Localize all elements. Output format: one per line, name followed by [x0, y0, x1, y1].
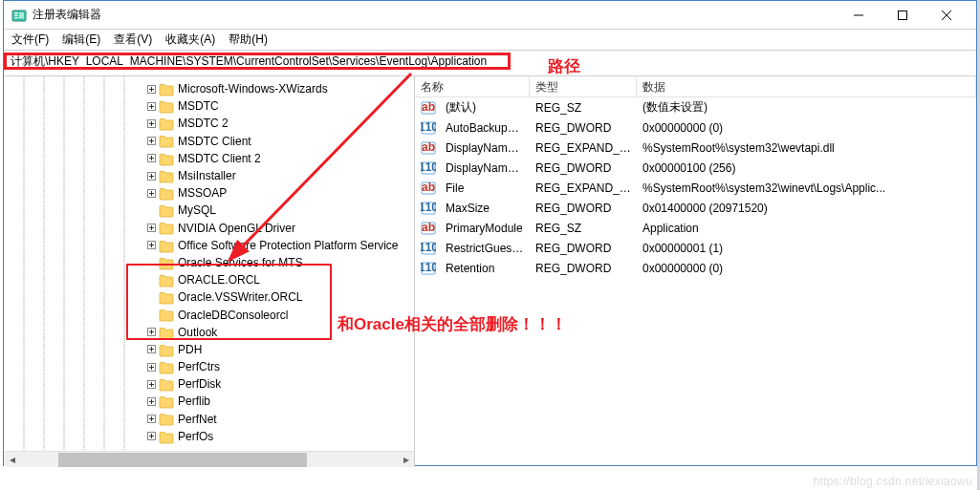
value-name: DisplayNameID — [440, 161, 530, 175]
value-name: (默认) — [440, 99, 530, 116]
tree-label: PerfCtrs — [178, 360, 220, 373]
value-data: 0x00000100 (256) — [637, 161, 976, 175]
folder-icon — [159, 326, 174, 339]
value-name: RestrictGuestA... — [440, 242, 530, 255]
menu-edit[interactable]: 编辑(E) — [62, 32, 100, 48]
value-type: REG_DWORD — [530, 121, 637, 135]
svg-text:ab: ab — [422, 181, 435, 194]
address-bar[interactable]: 计算机\HKEY_LOCAL_MACHINE\SYSTEM\CurrentCon… — [4, 53, 511, 70]
value-row[interactable]: abDisplayNameFileREG_EXPAND_SZ%SystemRoo… — [415, 138, 976, 158]
value-row[interactable]: 110RestrictGuestA...REG_DWORD0x00000001 … — [415, 238, 976, 258]
folder-icon — [159, 99, 174, 113]
svg-text:ab: ab — [422, 140, 435, 154]
folder-icon — [159, 222, 174, 235]
value-row[interactable]: 110RetentionREG_DWORD0x00000000 (0) — [415, 258, 976, 278]
value-type: REG_EXPAND_SZ — [530, 141, 637, 155]
folder-icon — [159, 394, 174, 408]
value-name: AutoBackupLo... — [440, 121, 530, 135]
svg-rect-4 — [19, 12, 24, 19]
folder-icon — [159, 273, 174, 287]
svg-text:ab: ab — [422, 221, 435, 234]
tree-label: MSDTC 2 — [178, 117, 229, 130]
watermark: https://blog.csdn.net/lexiaowu — [814, 475, 972, 488]
menu-file[interactable]: 文件(F) — [11, 32, 49, 48]
tree-label: MSSOAP — [178, 186, 227, 200]
folder-icon — [159, 186, 174, 200]
folder-icon — [159, 343, 174, 356]
scroll-right-icon[interactable]: ▸ — [398, 452, 414, 468]
col-name[interactable]: 名称 — [415, 76, 530, 96]
value-type: REG_DWORD — [530, 262, 637, 275]
value-data: 0x00000001 (1) — [637, 242, 976, 255]
menubar: 文件(F) 编辑(E) 查看(V) 收藏夹(A) 帮助(H) — [4, 30, 976, 51]
tree-label: OracleDBConsoleorcl — [178, 309, 288, 322]
tree-pane: Microsoft-Windows-XWizardsMSDTCMSDTC 2MS… — [4, 76, 415, 467]
value-name: File — [440, 181, 530, 195]
value-data: Application — [637, 222, 976, 235]
maximize-button[interactable] — [881, 1, 925, 30]
menu-view[interactable]: 查看(V) — [114, 32, 152, 48]
value-icon: 110 — [421, 241, 436, 256]
tree-label: Oracle.VSSWriter.ORCL — [178, 290, 302, 304]
svg-rect-6 — [899, 11, 907, 19]
folder-icon — [159, 377, 174, 391]
address-path: 计算机\HKEY_LOCAL_MACHINE\SYSTEM\CurrentCon… — [11, 53, 487, 70]
svg-text:ab: ab — [422, 100, 435, 114]
folder-icon — [159, 239, 174, 252]
value-row[interactable]: abFileREG_EXPAND_SZ%SystemRoot%\system32… — [415, 178, 976, 198]
tree-label: NVIDIA OpenGL Driver — [178, 222, 295, 235]
window-buttons — [837, 1, 969, 30]
tree-label: MSDTC Client 2 — [178, 152, 261, 165]
svg-text:110: 110 — [421, 241, 436, 254]
tree-label: PerfNet — [178, 413, 217, 426]
menu-favorites[interactable]: 收藏夹(A) — [165, 32, 215, 48]
value-type: REG_SZ — [530, 222, 637, 235]
tree-label: Oracle Services for MTS — [178, 256, 303, 269]
regedit-window: 注册表编辑器 文件(F) 编辑(E) 查看(V) 收藏夹(A) 帮助(H) 计算… — [3, 0, 977, 466]
value-row[interactable]: 110MaxSizeREG_DWORD0x01400000 (20971520) — [415, 198, 976, 218]
tree-label: Office Software Protection Platform Serv… — [178, 239, 399, 252]
tree-label: PerfDisk — [178, 377, 221, 391]
folder-icon — [159, 256, 174, 269]
col-type[interactable]: 类型 — [530, 76, 637, 96]
value-row[interactable]: 110AutoBackupLo...REG_DWORD0x00000000 (0… — [415, 117, 976, 138]
menu-help[interactable]: 帮助(H) — [229, 32, 268, 48]
value-row[interactable]: ab(默认)REG_SZ(数值未设置) — [415, 97, 976, 117]
minimize-button[interactable] — [837, 1, 881, 30]
close-button[interactable] — [925, 1, 969, 30]
tree-label: Microsoft-Windows-XWizards — [178, 82, 328, 96]
value-icon: 110 — [421, 261, 436, 276]
value-data: %SystemRoot%\system32\winevt\Logs\Applic… — [637, 181, 976, 195]
folder-icon — [159, 169, 174, 182]
value-name: MaxSize — [440, 202, 530, 215]
col-data[interactable]: 数据 — [637, 76, 976, 96]
value-icon: 110 — [421, 160, 436, 176]
value-name: PrimaryModule — [440, 222, 530, 235]
svg-rect-3 — [14, 17, 18, 18]
values-list[interactable]: ab(默认)REG_SZ(数值未设置)110AutoBackupLo...REG… — [415, 97, 976, 278]
tree-label: Perflib — [178, 394, 210, 408]
tree-hscroll[interactable]: ◂ ▸ — [4, 451, 414, 467]
value-data: (数值未设置) — [637, 99, 976, 116]
value-name: DisplayNameFile — [440, 141, 530, 155]
tree-label: PDH — [178, 343, 202, 356]
svg-text:110: 110 — [421, 160, 436, 174]
app-icon — [11, 8, 27, 23]
scroll-thumb[interactable] — [58, 453, 307, 467]
svg-text:110: 110 — [421, 261, 436, 274]
folder-icon — [159, 290, 174, 304]
folder-icon — [159, 360, 174, 373]
folder-icon — [159, 135, 174, 148]
titlebar: 注册表编辑器 — [4, 1, 976, 30]
tree-label: ORACLE.ORCL — [178, 273, 260, 287]
tree-label: MySQL — [178, 203, 216, 217]
value-icon: ab — [421, 221, 436, 236]
value-row[interactable]: abPrimaryModuleREG_SZApplication — [415, 218, 976, 238]
folder-icon — [159, 430, 174, 443]
value-icon: 110 — [421, 120, 436, 136]
window-title: 注册表编辑器 — [33, 7, 837, 23]
value-icon: 110 — [421, 201, 436, 216]
value-row[interactable]: 110DisplayNameIDREG_DWORD0x00000100 (256… — [415, 158, 976, 178]
scroll-left-icon[interactable]: ◂ — [4, 452, 20, 468]
value-data: 0x01400000 (20971520) — [637, 202, 976, 215]
